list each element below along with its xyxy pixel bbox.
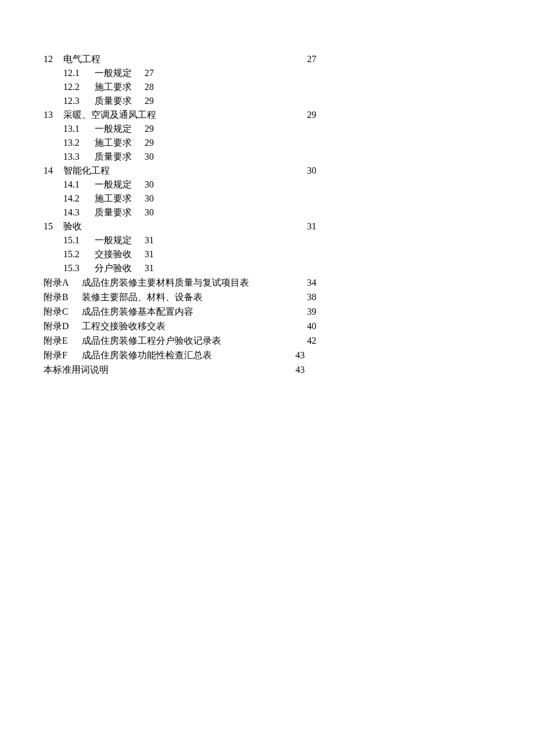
toc-sub-row: 15.3 分户验收 31 xyxy=(44,261,316,275)
toc-appendix-row: 附录A 成品住房装修主要材料质量与复试项目表 34 xyxy=(44,275,316,290)
toc-sub-row: 12.2 施工要求 28 xyxy=(44,80,316,94)
appendix-label: 附录E xyxy=(44,333,82,348)
toc-sub-row: 14.1 一般规定 30 xyxy=(44,178,316,192)
chapter-number: 15 xyxy=(44,219,63,233)
appendix-title: 成品住房装修功能性检查汇总表 xyxy=(82,348,212,362)
footer-page: 43 xyxy=(295,362,305,377)
chapter-title: 智能化工程 xyxy=(63,164,110,178)
table-of-contents: 12 电气工程 27 12.1 一般规定 27 12.2 施工要求 28 12.… xyxy=(44,52,316,377)
sub-number: 12.1 xyxy=(63,66,95,80)
sub-page: 31 xyxy=(145,233,154,247)
toc-appendix-row: 附录E 成品住房装修工程分户验收记录表 42 xyxy=(44,333,316,348)
appendix-label: 附录D xyxy=(44,319,82,333)
toc-sub-row: 13.1 一般规定 29 xyxy=(44,122,316,136)
appendix-page: 34 xyxy=(307,275,316,290)
sub-page: 31 xyxy=(145,261,154,275)
sub-title: 一般规定 xyxy=(95,122,145,136)
sub-title: 一般规定 xyxy=(95,178,145,192)
footer-title: 本标准用词说明 xyxy=(44,362,109,377)
toc-chapter-row: 14 智能化工程 30 xyxy=(44,164,316,178)
sub-number: 14.2 xyxy=(63,192,95,206)
toc-chapter-row: 12 电气工程 27 xyxy=(44,52,316,66)
toc-sub-row: 12.1 一般规定 27 xyxy=(44,66,316,80)
toc-appendix-row: 附录B 装修主要部品、材料、设备表 38 xyxy=(44,290,316,304)
chapter-page: 29 xyxy=(307,108,316,122)
sub-title: 分户验收 xyxy=(95,261,145,275)
chapter-page: 27 xyxy=(307,52,316,66)
sub-page: 30 xyxy=(145,206,154,219)
sub-title: 质量要求 xyxy=(95,150,145,164)
sub-number: 13.1 xyxy=(63,122,95,136)
appendix-label: 附录C xyxy=(44,304,82,319)
sub-number: 15.2 xyxy=(63,247,95,261)
appendix-title: 工程交接验收移交表 xyxy=(82,319,165,333)
chapter-number: 13 xyxy=(44,108,63,122)
appendix-label: 附录A xyxy=(44,275,82,290)
chapter-page: 31 xyxy=(307,219,316,233)
sub-title: 一般规定 xyxy=(95,66,145,80)
sub-page: 29 xyxy=(145,136,154,150)
sub-title: 施工要求 xyxy=(95,136,145,150)
appendix-page: 38 xyxy=(307,290,316,304)
toc-appendix-row: 附录F 成品住房装修功能性检查汇总表 43 xyxy=(44,348,305,362)
sub-title: 交接验收 xyxy=(95,247,145,261)
sub-page: 30 xyxy=(145,192,154,206)
sub-title: 施工要求 xyxy=(95,192,145,206)
sub-number: 14.3 xyxy=(63,206,95,219)
appendix-page: 42 xyxy=(307,333,316,348)
toc-sub-row: 15.1 一般规定 31 xyxy=(44,233,316,247)
appendix-title: 装修主要部品、材料、设备表 xyxy=(82,290,203,304)
toc-sub-row: 15.2 交接验收 31 xyxy=(44,247,316,261)
sub-page: 29 xyxy=(145,94,154,108)
sub-number: 12.2 xyxy=(63,80,95,94)
toc-sub-row: 14.3 质量要求 30 xyxy=(44,206,316,219)
toc-chapter-row: 13 采暖、空调及通风工程 29 xyxy=(44,108,316,122)
appendix-page: 43 xyxy=(295,348,305,362)
chapter-title: 电气工程 xyxy=(63,52,100,66)
appendix-page: 39 xyxy=(307,304,316,319)
appendix-title: 成品住房装修基本配置内容 xyxy=(82,304,193,319)
sub-page: 30 xyxy=(145,178,154,192)
sub-number: 15.3 xyxy=(63,261,95,275)
sub-number: 15.1 xyxy=(63,233,95,247)
toc-sub-row: 12.3 质量要求 29 xyxy=(44,94,316,108)
chapter-title: 验收 xyxy=(63,219,82,233)
sub-page: 28 xyxy=(145,80,154,94)
sub-number: 13.2 xyxy=(63,136,95,150)
sub-page: 30 xyxy=(145,150,154,164)
chapter-number: 14 xyxy=(44,164,63,178)
sub-page: 27 xyxy=(145,66,154,80)
toc-footer-row: 本标准用词说明 43 xyxy=(44,362,305,377)
sub-title: 一般规定 xyxy=(95,233,145,247)
sub-page: 29 xyxy=(145,122,154,136)
appendix-title: 成品住房装修工程分户验收记录表 xyxy=(82,333,221,348)
chapter-title: 采暖、空调及通风工程 xyxy=(63,108,156,122)
chapter-number: 12 xyxy=(44,52,63,66)
toc-chapter-row: 15 验收 31 xyxy=(44,219,316,233)
sub-page: 31 xyxy=(145,247,154,261)
toc-sub-row: 13.2 施工要求 29 xyxy=(44,136,316,150)
chapter-page: 30 xyxy=(307,164,316,178)
toc-appendix-row: 附录C 成品住房装修基本配置内容 39 xyxy=(44,304,316,319)
sub-number: 12.3 xyxy=(63,94,95,108)
appendix-page: 40 xyxy=(307,319,316,333)
appendix-title: 成品住房装修主要材料质量与复试项目表 xyxy=(82,275,249,290)
sub-title: 质量要求 xyxy=(95,206,145,219)
appendix-label: 附录F xyxy=(44,348,82,362)
sub-title: 质量要求 xyxy=(95,94,145,108)
sub-number: 14.1 xyxy=(63,178,95,192)
sub-title: 施工要求 xyxy=(95,80,145,94)
toc-sub-row: 13.3 质量要求 30 xyxy=(44,150,316,164)
appendix-label: 附录B xyxy=(44,290,82,304)
toc-appendix-row: 附录D 工程交接验收移交表 40 xyxy=(44,319,316,333)
toc-sub-row: 14.2 施工要求 30 xyxy=(44,192,316,206)
sub-number: 13.3 xyxy=(63,150,95,164)
